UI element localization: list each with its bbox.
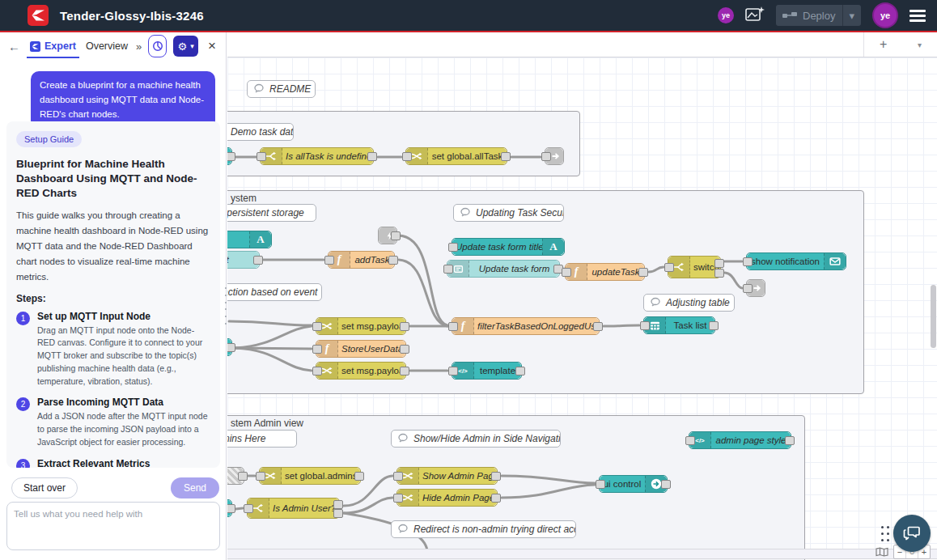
output-port[interactable] [515,367,525,375]
switch-node[interactable]: switch [668,256,721,278]
update-task-form[interactable]: Update task form [447,260,560,278]
minimap-icon[interactable] [876,545,888,560]
input-port[interactable] [312,345,322,354]
action-based-on-event-comment[interactable]: action based on event [227,283,322,301]
redirect-non-admin-comment[interactable]: Redirect is non-admin trying direct acce… [391,520,576,538]
output-port[interactable] [367,152,377,161]
input-port[interactable] [448,367,458,375]
input-port[interactable] [256,472,265,481]
set-global-alltask[interactable]: set global.allTask [405,147,507,165]
horizontal-scrollbar[interactable] [227,549,937,559]
filter-task-by-user[interactable]: ffilterTaskBasedOnLoggedUser [452,317,600,335]
start-over-button[interactable]: Start over [11,477,78,498]
wire[interactable] [235,326,312,348]
set-msg-payload-2[interactable]: set msg.payload [316,362,406,380]
output-port[interactable] [638,268,648,277]
input-port[interactable] [562,268,571,277]
wire[interactable] [235,508,243,509]
output-port[interactable] [227,343,235,352]
tab-expert[interactable]: Expert [28,37,78,55]
add-flow-button[interactable]: + [880,37,887,52]
show-admin-page[interactable]: Show Admin Page [396,467,498,485]
input-port[interactable] [244,504,253,513]
output-port[interactable] [333,500,343,509]
update-task-form-title[interactable]: AUpdate task form title [452,238,565,256]
input-port[interactable] [596,480,605,489]
flow-list-caret-icon[interactable]: ▾ [918,40,922,49]
bolt-node[interactable] [378,227,397,244]
output-port[interactable] [227,504,235,513]
output-port[interactable] [333,509,343,518]
wire[interactable] [502,476,595,483]
output-port[interactable] [400,367,409,375]
wire[interactable] [399,260,447,326]
input-port[interactable] [393,494,403,503]
input-port[interactable] [685,436,695,445]
admins-here-comment[interactable]: Admins Here [227,430,297,448]
panel-resize-handle[interactable] [225,287,229,325]
output-port[interactable] [661,480,671,489]
updating-task-securely-comment[interactable]: Updating Task Securely [453,204,564,222]
vertical-scrollbar-thumb[interactable] [931,285,936,348]
input-port[interactable] [312,322,322,331]
template[interactable]: </>template [452,362,522,380]
task-list[interactable]: Task list [643,316,715,334]
output-port[interactable] [400,322,409,331]
adjusting-table-comment[interactable]: Adjusting table [643,294,735,312]
input-port[interactable] [541,152,551,161]
input-port[interactable] [257,152,266,161]
input-port[interactable] [324,256,334,265]
deploy-button[interactable]: Deploy ▾ [776,5,861,26]
link-out-2[interactable] [746,279,765,297]
wire[interactable] [235,348,312,371]
user-avatar[interactable]: ye [872,2,898,28]
input-port[interactable] [743,257,753,266]
disabled-stub[interactable] [227,467,244,485]
wire[interactable] [399,235,447,325]
ai-image-icon[interactable] [745,6,765,25]
wire[interactable] [229,321,312,325]
output-port[interactable] [400,345,409,354]
show-hide-admin-comment[interactable]: Show/Hide Admin in Side Navigation [391,430,561,448]
wire[interactable] [604,325,639,326]
chart-button[interactable] [148,35,167,57]
output-port[interactable] [501,152,511,161]
input-port[interactable] [312,367,322,375]
input-port[interactable] [393,472,403,481]
input-port[interactable] [640,321,650,330]
input-port[interactable] [443,265,453,274]
more-tabs-chevron-icon[interactable]: » [136,40,142,53]
readme-comment[interactable]: README [247,80,316,98]
input-port[interactable] [448,322,458,331]
output-port[interactable] [391,231,401,240]
drag-grip-icon[interactable] [881,526,893,542]
menu-icon[interactable] [909,7,926,24]
flow-canvas[interactable]: ystemstem Admin viewREADMEDemo task data… [227,32,937,560]
set-msg-payload-1[interactable]: set msg.payload [316,317,406,335]
admin-page-style[interactable]: </>admin page style [689,431,791,449]
link-stub-1[interactable] [227,147,232,165]
deploy-caret-icon[interactable]: ▾ [849,10,854,22]
input-port[interactable] [743,284,753,293]
output-port[interactable] [253,256,263,265]
output-port[interactable] [785,436,795,445]
persistent-storage-comment[interactable]: ask to persistent storage [227,204,316,222]
form-title-stub[interactable]: Am title [227,231,272,248]
output-port[interactable] [354,472,364,481]
show-notification[interactable]: show notification [746,252,846,270]
user-stub[interactable] [227,338,232,356]
assistant-input[interactable] [6,502,220,550]
output-port[interactable] [714,269,724,278]
demo-task-data-comment[interactable]: Demo task data [227,123,294,141]
is-alltask-undefined[interactable]: Is allTask is undefined [260,147,374,165]
input-port[interactable] [448,243,458,252]
output-port[interactable] [491,494,501,503]
output-port[interactable] [491,472,501,481]
add-task[interactable]: faddTask [328,251,395,269]
assistant-avatar[interactable]: ye [718,7,734,23]
ticket-stub[interactable]: icket [227,251,260,269]
output-port[interactable] [714,259,724,268]
set-global-admins[interactable]: set global.admins [259,467,361,485]
output-port[interactable] [709,321,719,330]
update-task-fn[interactable]: fupdateTask [565,263,645,281]
